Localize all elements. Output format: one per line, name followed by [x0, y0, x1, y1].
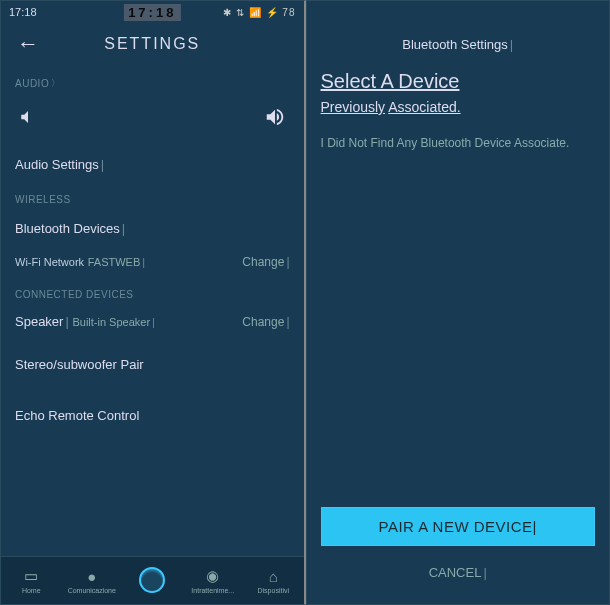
- wifi-change-button[interactable]: Change|: [242, 255, 289, 269]
- play-icon: ◉: [206, 567, 219, 585]
- stereo-row[interactable]: Stereo/subwoofer Pair: [1, 337, 304, 382]
- wifi-label: Wi-Fi Network: [15, 256, 84, 268]
- speaker-label: Speaker|: [15, 314, 69, 329]
- status-icons: ✱ ⇅ 📶 ⚡ 78: [223, 7, 295, 18]
- home-icon: ▭: [24, 567, 38, 585]
- wifi-row[interactable]: Wi-Fi Network FASTWEB| Change|: [1, 246, 304, 277]
- speaker-row[interactable]: Speaker| Built-in Speaker| Change|: [1, 306, 304, 337]
- bluetooth-header: Bluetooth Settings|: [307, 23, 610, 70]
- pair-new-device-button[interactable]: PAIR A NEW DEVICE|: [321, 507, 596, 546]
- tab-bar: ▭ Home ● Comunicazione ◉ Intrattenime...…: [1, 556, 304, 604]
- status-clock: 17:18: [124, 4, 180, 21]
- bluetooth-screen: Bluetooth Settings| Select A Device Prev…: [306, 0, 611, 605]
- remote-row[interactable]: Echo Remote Control: [1, 382, 304, 433]
- volume-high-icon: [264, 106, 286, 133]
- chat-icon: ●: [87, 568, 96, 585]
- tab-communication[interactable]: ● Comunicazione: [62, 557, 123, 604]
- tab-entertainment[interactable]: ◉ Intrattenime...: [183, 557, 244, 604]
- status-bar-right: [307, 1, 610, 23]
- section-connected-label: CONNECTED DEVICES: [1, 277, 304, 306]
- page-title: SETTINGS: [17, 35, 288, 53]
- settings-header: ← SETTINGS: [1, 23, 304, 65]
- previously-associated-label: Previously Associated.: [307, 99, 610, 135]
- section-audio-label: AUDIO〉: [1, 65, 304, 96]
- cancel-button[interactable]: CANCEL|: [307, 565, 610, 580]
- bluetooth-devices-row[interactable]: Bluetooth Devices|: [1, 211, 304, 246]
- volume-slider-row[interactable]: [1, 96, 304, 147]
- status-bar: 17:18 17:18 ✱ ⇅ 📶 ⚡ 78: [1, 1, 304, 23]
- chevron-right-icon: 〉: [51, 77, 61, 90]
- tab-alexa[interactable]: [122, 557, 183, 604]
- no-devices-message: I Did Not Find Any Bluetooth Device Asso…: [307, 135, 610, 152]
- tab-home[interactable]: ▭ Home: [1, 557, 62, 604]
- speaker-value: Built-in Speaker|: [72, 316, 155, 328]
- audio-settings-row[interactable]: Audio Settings|: [1, 147, 304, 182]
- wifi-value: FASTWEB|: [88, 256, 145, 268]
- tab-devices[interactable]: ⌂ Dispositivi: [243, 557, 304, 604]
- select-device-title: Select A Device: [307, 70, 610, 99]
- section-wireless-label: WIRELESS: [1, 182, 304, 211]
- volume-low-icon: [19, 108, 37, 131]
- settings-screen: 17:18 17:18 ✱ ⇅ 📶 ⚡ 78 ← SETTINGS AUDIO〉…: [0, 0, 306, 605]
- status-time: 17:18: [9, 6, 37, 18]
- alexa-icon: [139, 567, 165, 593]
- speaker-change-button[interactable]: Change|: [242, 315, 289, 329]
- devices-icon: ⌂: [269, 568, 278, 585]
